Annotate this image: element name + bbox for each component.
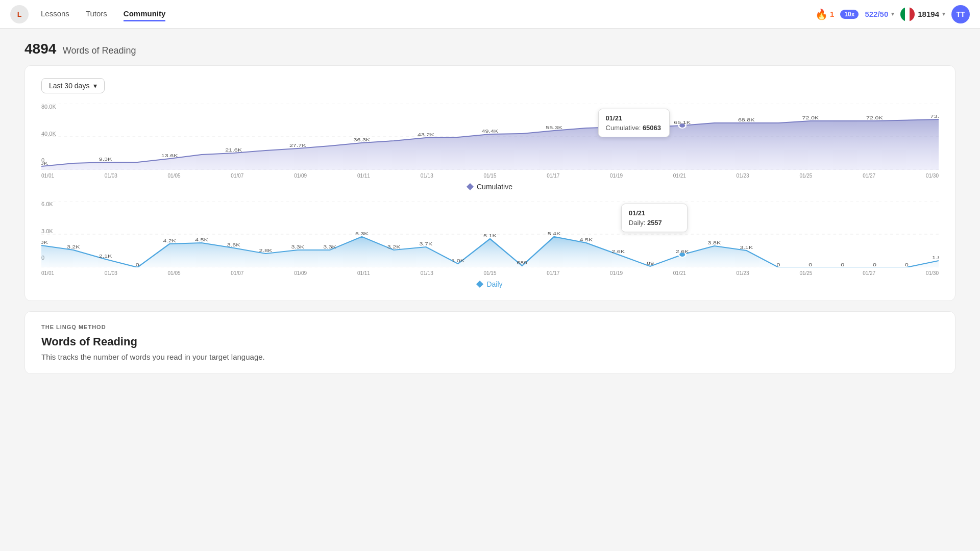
svg-text:1.8K: 1.8K: [932, 255, 939, 260]
filter-label: Last 30 days: [49, 82, 89, 90]
svg-text:5.1K: 5.1K: [483, 233, 497, 238]
svg-text:2.6K: 2.6K: [611, 249, 625, 254]
user-initials: TT: [956, 10, 965, 18]
svg-text:0: 0: [841, 262, 844, 267]
filter-chevron-icon: ▾: [93, 82, 97, 90]
svg-text:2.1K: 2.1K: [99, 254, 113, 259]
coin-count: 18194: [918, 10, 939, 18]
main-content: 4894 Words of Reading Last 30 days ▾ 80.…: [0, 29, 980, 396]
streak-badge: 🔥 1: [815, 8, 834, 20]
lingq-progress-container[interactable]: 522/50 ▾: [865, 10, 894, 18]
nav-right: 🔥 1 10x 522/50 ▾ 18194 ▾ TT: [815, 5, 970, 23]
svg-text:62.4K: 62.4K: [610, 121, 627, 127]
svg-text:3.3K: 3.3K: [323, 244, 337, 249]
navbar: L Lessons Tutors Community 🔥 1 10x 522/5…: [0, 0, 980, 29]
multiplier-badge[interactable]: 10x: [840, 10, 859, 19]
fire-icon: 🔥: [815, 8, 828, 20]
svg-text:89: 89: [647, 261, 654, 266]
svg-text:0: 0: [136, 262, 139, 267]
method-heading: THE LINGQ METHOD: [41, 324, 939, 330]
daily-chart-svg: 4.0K 3.2K 2.1K 0 4.2K 4.5K 3.6K 2.8K 3.3…: [41, 201, 939, 267]
date-filter-button[interactable]: Last 30 days ▾: [41, 78, 105, 93]
svg-text:0: 0: [905, 262, 909, 267]
chart-card: Last 30 days ▾ 80.0K 40.0K 0: [24, 65, 955, 301]
coin-count-container[interactable]: 18194 ▾: [900, 7, 945, 21]
daily-chart: 6.0K 3.0K 0: [41, 201, 939, 288]
svg-text:2.8K: 2.8K: [259, 248, 273, 253]
cumulative-legend-label: Cumulative: [477, 183, 512, 191]
cumulative-legend-icon: [467, 183, 474, 190]
cumulative-chart: 80.0K 40.0K 0: [41, 104, 939, 191]
svg-text:4.5K: 4.5K: [195, 237, 209, 242]
cumulative-chart-svg: 4.0K 9.3K 13.6K 21.6K 27.7K 36.3K 43.2K …: [41, 104, 939, 170]
svg-text:36.3K: 36.3K: [353, 137, 371, 142]
svg-text:49.4K: 49.4K: [482, 129, 499, 134]
svg-text:3.2K: 3.2K: [387, 244, 401, 249]
daily-x-axis: 01/01 01/03 01/05 01/07 01/09 01/11 01/1…: [41, 270, 939, 276]
svg-text:27.7K: 27.7K: [289, 143, 307, 148]
svg-text:3.6K: 3.6K: [227, 242, 241, 247]
svg-text:3.7K: 3.7K: [420, 241, 433, 246]
svg-text:3.8K: 3.8K: [708, 240, 722, 245]
stats-header: 4894 Words of Reading: [24, 41, 955, 57]
lingq-method-card: THE LINGQ METHOD Words of Reading This t…: [24, 311, 955, 374]
svg-text:4.5K: 4.5K: [579, 237, 593, 242]
daily-legend: Daily: [41, 280, 939, 288]
svg-text:55.3K: 55.3K: [546, 125, 563, 130]
cumulative-x-axis: 01/01 01/03 01/05 01/07 01/09 01/11 01/1…: [41, 173, 939, 179]
svg-text:3.2K: 3.2K: [67, 244, 81, 249]
svg-text:72.0K: 72.0K: [866, 115, 884, 120]
lingq-progress: 522/50: [865, 10, 888, 18]
language-flag: [900, 7, 915, 21]
svg-text:4.0K: 4.0K: [41, 161, 48, 166]
svg-text:689: 689: [517, 260, 527, 265]
nav-lessons[interactable]: Lessons: [41, 7, 69, 21]
nav-tutors[interactable]: Tutors: [86, 7, 107, 21]
streak-count: 1: [830, 10, 834, 18]
words-count: 4894: [24, 41, 56, 57]
nav-links: Lessons Tutors Community: [41, 7, 165, 21]
svg-text:0: 0: [808, 262, 812, 267]
svg-text:1.0K: 1.0K: [451, 258, 465, 263]
user-avatar[interactable]: TT: [951, 5, 970, 23]
daily-legend-icon: [476, 281, 483, 288]
method-body: This tracks the number of words you read…: [41, 353, 939, 361]
svg-text:5.4K: 5.4K: [548, 231, 561, 236]
svg-text:4.2K: 4.2K: [163, 238, 177, 243]
svg-text:68.8K: 68.8K: [738, 117, 755, 122]
svg-text:0: 0: [777, 262, 780, 267]
daily-legend-label: Daily: [486, 280, 502, 288]
svg-text:L: L: [17, 10, 22, 18]
svg-text:13.6K: 13.6K: [161, 153, 179, 158]
svg-text:72.0K: 72.0K: [802, 115, 819, 120]
svg-text:73.7K: 73.7K: [930, 114, 939, 119]
svg-text:65.1K: 65.1K: [674, 120, 691, 125]
nav-logo[interactable]: L: [10, 5, 29, 23]
svg-text:0: 0: [873, 262, 876, 267]
svg-text:43.2K: 43.2K: [418, 132, 435, 137]
lingq-chevron-icon: ▾: [891, 11, 894, 17]
words-label: Words of Reading: [63, 45, 136, 56]
svg-text:21.6K: 21.6K: [225, 147, 242, 153]
method-title: Words of Reading: [41, 335, 939, 348]
cumulative-legend: Cumulative: [41, 183, 939, 191]
multiplier-value: 10x: [844, 11, 854, 18]
svg-text:4.0K: 4.0K: [41, 240, 48, 245]
svg-text:2.6K: 2.6K: [676, 249, 690, 254]
coin-chevron-icon: ▾: [942, 11, 945, 17]
svg-text:3.1K: 3.1K: [740, 245, 753, 250]
svg-text:9.3K: 9.3K: [99, 157, 113, 162]
svg-text:3.3K: 3.3K: [291, 244, 305, 249]
svg-text:5.3K: 5.3K: [355, 231, 369, 236]
nav-community[interactable]: Community: [124, 7, 166, 21]
